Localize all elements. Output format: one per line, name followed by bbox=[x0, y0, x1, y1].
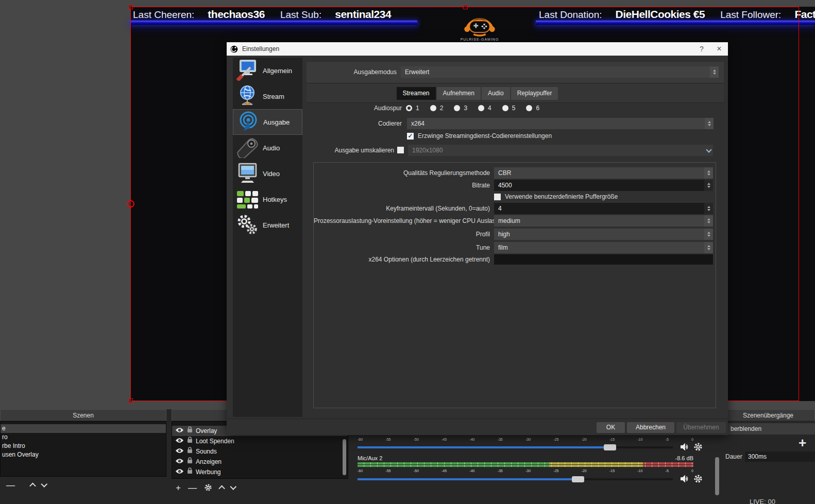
meter-segment bbox=[358, 462, 549, 464]
remove-source-button[interactable]: — bbox=[188, 483, 197, 492]
rescale-output-checkbox[interactable] bbox=[397, 147, 404, 153]
transition-select[interactable]: berblenden bbox=[721, 423, 815, 435]
output-mode-select[interactable]: Erweitert bbox=[401, 66, 719, 78]
tab-streamen[interactable]: Streamen bbox=[397, 87, 436, 100]
channel-settings-gear-icon-channel1[interactable] bbox=[693, 442, 703, 451]
meter-bar bbox=[358, 462, 693, 464]
visibility-eye-icon[interactable] bbox=[175, 457, 184, 467]
sidebar-item-erweitert[interactable]: Erweitert bbox=[233, 212, 302, 238]
bitrate-spinbox[interactable]: 4500 bbox=[494, 180, 713, 191]
rescale-resolution-select[interactable]: 1920x1080 bbox=[408, 145, 713, 156]
overlay-stat: Last Cheeren:thechaos36 bbox=[133, 8, 265, 21]
lock-icon[interactable] bbox=[187, 457, 193, 467]
scene-row[interactable]: usen Overlay bbox=[1, 450, 166, 459]
visibility-eye-icon[interactable] bbox=[175, 446, 184, 457]
move-source-up-button[interactable] bbox=[218, 485, 225, 492]
scenes-list[interactable]: erorbe Introusen Overlay bbox=[0, 421, 166, 477]
profile-select[interactable]: high bbox=[494, 229, 713, 240]
audio-track-radio-6[interactable]: 6 bbox=[526, 105, 539, 112]
sidebar-item-ausgabe[interactable]: Ausgabe bbox=[233, 109, 302, 135]
obs-logo-icon bbox=[230, 45, 238, 53]
source-properties-gear-icon[interactable] bbox=[204, 483, 212, 492]
tab-audio[interactable]: Audio bbox=[482, 87, 510, 100]
source-row[interactable]: Loot Spenden bbox=[172, 436, 348, 446]
sidebar-item-label: Allgemein bbox=[263, 67, 292, 75]
slider-handle[interactable] bbox=[572, 476, 584, 482]
source-row[interactable]: Sounds bbox=[172, 446, 348, 457]
scenes-panel-title[interactable]: Szenen bbox=[0, 409, 166, 421]
lock-icon[interactable] bbox=[187, 426, 193, 436]
move-scene-up-button[interactable] bbox=[29, 482, 36, 489]
custom-buffer-checkbox[interactable] bbox=[494, 194, 501, 200]
dialog-help-button[interactable]: ? bbox=[693, 42, 710, 56]
audio-track-radio-1[interactable]: 1 bbox=[406, 105, 419, 112]
cancel-button[interactable]: Abbrechen bbox=[627, 422, 674, 433]
scene-row[interactable]: e bbox=[1, 424, 166, 433]
obs-main-window: Last Cheeren:thechaos36Last Sub:sentinal… bbox=[0, 0, 815, 504]
volume-meter-channel2 bbox=[358, 462, 693, 468]
dialog-close-button[interactable]: × bbox=[710, 42, 728, 56]
remove-scene-button[interactable]: — bbox=[6, 481, 15, 490]
keyframe-interval-spinbox[interactable]: 4 bbox=[494, 203, 713, 214]
add-transition-button[interactable]: + bbox=[799, 435, 806, 451]
spinner-arrows-icon[interactable] bbox=[704, 203, 713, 214]
mute-speaker-icon-channel1[interactable] bbox=[680, 442, 689, 451]
volume-slider-channel1[interactable] bbox=[358, 444, 673, 450]
cpu-preset-select[interactable]: medium bbox=[494, 215, 713, 227]
sidebar-item-hotkeys[interactable]: Hotkeys bbox=[233, 186, 302, 212]
dialog-titlebar[interactable]: Einstellungen ? × bbox=[227, 42, 728, 56]
scene-row[interactable]: rbe Intro bbox=[1, 442, 166, 450]
audio-track-radio-3[interactable]: 3 bbox=[454, 105, 467, 112]
x264-options-input[interactable] bbox=[494, 254, 713, 265]
rate-control-select[interactable]: CBR bbox=[494, 167, 713, 179]
enforce-encoder-checkbox[interactable]: ✓ bbox=[407, 133, 414, 140]
spinner-arrows-icon[interactable] bbox=[704, 167, 713, 179]
audio-track-radio-2[interactable]: 2 bbox=[430, 105, 444, 112]
visibility-eye-icon[interactable] bbox=[175, 467, 184, 477]
general-icon bbox=[236, 59, 260, 82]
sidebar-item-label: Ausgabe bbox=[263, 118, 290, 126]
slider-handle[interactable] bbox=[604, 444, 616, 450]
sidebar-item-audio[interactable]: Audio bbox=[233, 135, 302, 161]
visibility-eye-icon[interactable] bbox=[175, 436, 184, 446]
encoder-select[interactable]: x264 bbox=[407, 118, 714, 129]
transitions-panel-title[interactable]: Szenenübergänge bbox=[721, 409, 815, 421]
sources-scrollbar[interactable] bbox=[343, 439, 346, 475]
spinner-arrows-icon[interactable] bbox=[704, 215, 713, 227]
lock-icon[interactable] bbox=[187, 467, 193, 477]
audio-track-radio-4[interactable]: 4 bbox=[478, 105, 491, 112]
channel-settings-gear-icon-channel2[interactable] bbox=[693, 474, 703, 483]
spinner-arrows-icon[interactable] bbox=[704, 242, 713, 253]
visibility-eye-icon[interactable] bbox=[175, 426, 184, 436]
sidebar-item-allgemein[interactable]: Allgemein bbox=[233, 58, 302, 83]
tab-aufnehmen[interactable]: Aufnehmen bbox=[437, 87, 481, 100]
spinner-arrows-icon[interactable] bbox=[704, 180, 713, 191]
scene-row[interactable]: ro bbox=[1, 433, 166, 442]
source-row[interactable]: Werbung bbox=[172, 467, 348, 477]
tune-select[interactable]: film bbox=[494, 242, 713, 253]
volume-slider-channel2[interactable] bbox=[358, 476, 673, 482]
mixer-scrollbar[interactable] bbox=[715, 457, 719, 495]
transition-duration-input[interactable]: 300ms bbox=[745, 451, 815, 462]
ok-button[interactable]: OK bbox=[597, 422, 625, 433]
move-source-down-button[interactable] bbox=[230, 483, 236, 490]
sidebar-item-video[interactable]: Video bbox=[233, 161, 302, 186]
audio-track-radio-5[interactable]: 5 bbox=[502, 105, 516, 112]
tab-replaypuffer[interactable]: Replaypuffer bbox=[511, 87, 558, 100]
add-source-button[interactable]: + bbox=[176, 483, 181, 492]
footer-divider bbox=[227, 419, 728, 419]
overlay-stat: Last Donation:DieHellCookies €5 bbox=[539, 8, 705, 21]
overlay-stat: Last Follower:FactioN1337 bbox=[720, 8, 815, 21]
lock-icon[interactable] bbox=[187, 446, 193, 457]
spinner-arrows-icon[interactable] bbox=[710, 66, 719, 78]
source-row[interactable]: Anzeigen bbox=[172, 457, 348, 467]
meter-segment bbox=[643, 462, 693, 464]
spinner-arrows-icon[interactable] bbox=[704, 229, 713, 240]
apply-button[interactable]: Übernehmen bbox=[676, 422, 726, 433]
spinner-arrows-icon[interactable] bbox=[705, 118, 714, 129]
encoder-label: Codierer bbox=[307, 118, 402, 129]
lock-icon[interactable] bbox=[187, 436, 193, 446]
meter-segment bbox=[643, 465, 693, 467]
mute-speaker-icon-channel2[interactable] bbox=[680, 474, 689, 483]
move-scene-down-button[interactable] bbox=[41, 481, 47, 488]
